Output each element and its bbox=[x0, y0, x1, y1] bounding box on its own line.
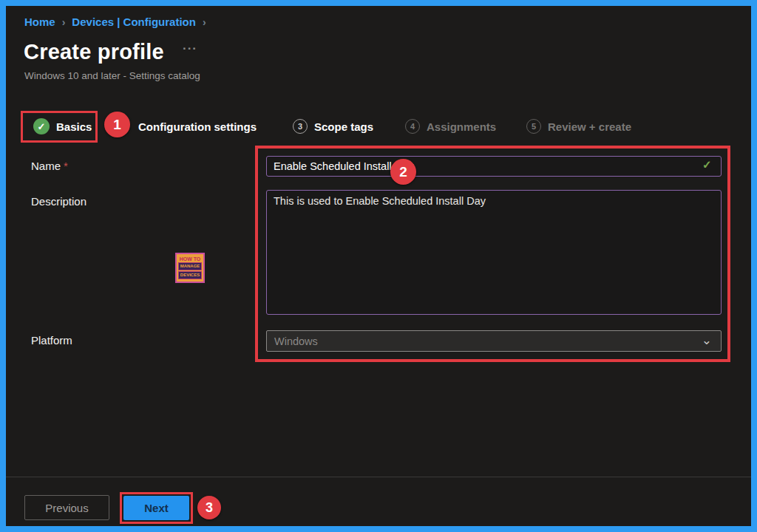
platform-dropdown[interactable]: Windows ⌄ bbox=[266, 330, 722, 352]
name-field-label: Name* bbox=[31, 160, 68, 172]
description-field-label: Description bbox=[31, 195, 86, 208]
more-menu-icon[interactable]: ··· bbox=[183, 41, 197, 56]
tab-assignments: 4 Assignments bbox=[405, 119, 496, 134]
page-title: Create profile bbox=[24, 40, 164, 64]
logo-text: DEVICES bbox=[178, 271, 202, 279]
step-number-badge: 3 bbox=[293, 119, 308, 134]
page-subtitle: Windows 10 and later - Settings catalog bbox=[24, 70, 200, 81]
breadcrumb-devices-configuration-link[interactable]: Devices | Configuration bbox=[72, 16, 196, 28]
platform-field-label: Platform bbox=[31, 334, 72, 347]
name-input[interactable] bbox=[266, 156, 722, 177]
footer-divider bbox=[6, 477, 751, 477]
tab-basics-label: Basics bbox=[56, 120, 92, 133]
tab-basics[interactable]: ✓ Basics bbox=[33, 118, 92, 134]
tab-scope-tags-label: Scope tags bbox=[314, 120, 373, 133]
step-number-badge: 5 bbox=[526, 119, 541, 134]
logo-text: HOW TO bbox=[180, 256, 201, 262]
platform-dropdown-value: Windows bbox=[274, 335, 318, 347]
previous-button[interactable]: Previous bbox=[24, 495, 109, 520]
breadcrumb: Home › Devices | Configuration › bbox=[24, 16, 206, 28]
logo-text: MANAGE bbox=[178, 262, 203, 270]
howtomanagedevices-logo: HOW TO MANAGE DEVICES bbox=[175, 253, 205, 283]
annotation-marker-1: 1 bbox=[104, 112, 130, 137]
required-asterisk: * bbox=[64, 160, 68, 172]
breadcrumb-separator-icon: › bbox=[203, 16, 206, 28]
tab-configuration-settings[interactable]: Configuration settings bbox=[138, 120, 257, 133]
step-number-badge: 4 bbox=[405, 119, 420, 134]
tab-scope-tags[interactable]: 3 Scope tags bbox=[293, 119, 373, 134]
create-profile-page: Home › Devices | Configuration › Create … bbox=[0, 0, 757, 532]
description-textarea[interactable]: This is used to Enable Scheduled Install… bbox=[266, 190, 722, 315]
next-button[interactable]: Next bbox=[123, 496, 189, 520]
tab-configuration-settings-label: Configuration settings bbox=[138, 120, 257, 133]
breadcrumb-home-link[interactable]: Home bbox=[24, 16, 55, 28]
tab-assignments-label: Assignments bbox=[427, 120, 496, 133]
breadcrumb-separator-icon: › bbox=[62, 16, 66, 28]
tab-review-create-label: Review + create bbox=[548, 120, 631, 133]
basics-completed-check-icon: ✓ bbox=[33, 118, 50, 134]
annotation-marker-3: 3 bbox=[197, 496, 221, 519]
chevron-down-icon: ⌄ bbox=[702, 331, 712, 350]
name-valid-check-icon: ✓ bbox=[702, 158, 712, 171]
tab-review-create: 5 Review + create bbox=[526, 119, 631, 134]
